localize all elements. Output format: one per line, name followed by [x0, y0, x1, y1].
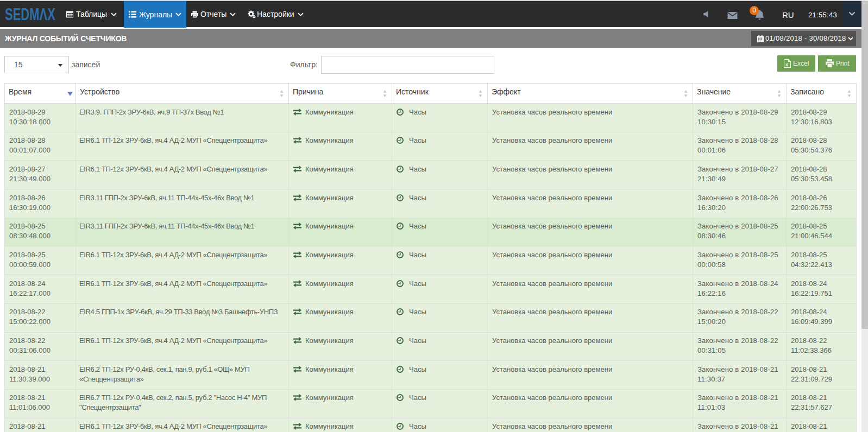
- svg-text:x: x: [785, 62, 788, 67]
